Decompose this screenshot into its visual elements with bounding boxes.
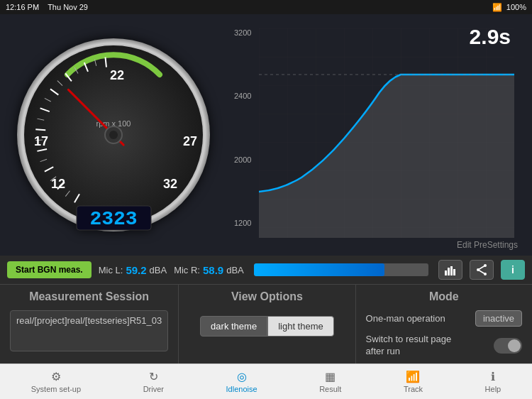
- tachometer: 12 17 22 27 32 rpm x 100: [14, 35, 213, 234]
- info-icon-button[interactable]: i: [501, 260, 525, 280]
- svg-point-29: [109, 131, 118, 139]
- theme-buttons: dark theme light theme: [189, 316, 345, 337]
- driver-icon: ↻: [149, 370, 158, 383]
- nav-track-label: Track: [404, 385, 423, 393]
- progress-bar-container: [254, 263, 428, 276]
- main-area: 12 17 22 27 32 rpm x 100: [0, 14, 532, 256]
- track-icon: 📶: [406, 370, 420, 383]
- measurement-session-title: Measurement Session: [10, 290, 168, 303]
- footer-nav: ⚙ System set-up ↻ Driver ◎ Idlenoise ▦ R…: [0, 364, 532, 399]
- graph-section: 2.9s 3200 2400 2000 1200 Edit PreSett: [227, 14, 532, 256]
- svg-text:27: 27: [183, 134, 197, 148]
- nav-result[interactable]: ▦ Result: [319, 370, 341, 393]
- mic-l-value: 59.2: [126, 264, 146, 276]
- nav-idlenoise[interactable]: ◎ Idlenoise: [226, 370, 257, 393]
- svg-text:32: 32: [163, 177, 177, 191]
- status-bar: 12:16 PM Thu Nov 29 📶 100%: [0, 0, 532, 14]
- measurement-session-panel: Measurement Session real/[project]real/[…: [0, 285, 179, 364]
- idlenoise-icon: ◎: [237, 370, 247, 383]
- svg-rect-34: [445, 270, 447, 275]
- mic-l-unit: dBA: [150, 265, 167, 275]
- nav-help[interactable]: ℹ Help: [485, 370, 501, 393]
- nav-system-setup-label: System set-up: [31, 385, 81, 393]
- start-bgn-button[interactable]: Start BGN meas.: [7, 261, 92, 278]
- svg-rect-37: [453, 269, 455, 275]
- mic-r-value: 58.9: [203, 264, 223, 276]
- switch-result-toggle[interactable]: [494, 338, 522, 354]
- wifi-icon: 📶: [492, 3, 502, 12]
- nav-track[interactable]: 📶 Track: [404, 370, 423, 393]
- view-options-panel: View Options dark theme light theme: [179, 285, 355, 364]
- share-icon-button[interactable]: [470, 260, 494, 280]
- one-man-row: One-man operation inactive: [366, 310, 522, 327]
- mic-l-label: Mic L:: [99, 265, 123, 275]
- toggle-knob: [508, 339, 521, 352]
- svg-line-41: [478, 266, 485, 270]
- switch-result-row: Switch to result page after run: [366, 334, 522, 358]
- battery-label: 100%: [506, 3, 526, 11]
- mode-panel: Mode One-man operation inactive Switch t…: [356, 285, 532, 364]
- nav-driver[interactable]: ↻ Driver: [143, 370, 164, 393]
- svg-rect-36: [450, 266, 453, 275]
- toolbar: Start BGN meas. Mic L: 59.2 dBA Mic R: 5…: [0, 256, 532, 284]
- mic-r-label: Mic R:: [174, 265, 200, 275]
- light-theme-button[interactable]: light theme: [267, 316, 334, 337]
- progress-bar-fill: [254, 263, 385, 276]
- status-right: 📶 100%: [492, 3, 526, 12]
- bottom-panels: Measurement Session real/[project]real/[…: [0, 284, 532, 364]
- time-value-label: 2.9s: [470, 25, 511, 49]
- svg-line-6: [35, 129, 45, 130]
- status-date: Thu Nov 29: [48, 3, 88, 11]
- dark-theme-button[interactable]: dark theme: [200, 316, 267, 337]
- nav-driver-label: Driver: [143, 385, 164, 393]
- y-label-2400: 2400: [234, 92, 251, 100]
- mic-r-group: Mic R: 58.9 dBA: [174, 264, 244, 276]
- svg-text:2323: 2323: [89, 208, 137, 230]
- mic-l-group: Mic L: 59.2 dBA: [99, 264, 167, 276]
- y-label-3200: 3200: [234, 28, 251, 37]
- y-label-1200: 1200: [234, 219, 251, 227]
- inactive-badge[interactable]: inactive: [475, 310, 522, 327]
- nav-idlenoise-label: Idlenoise: [226, 385, 257, 393]
- mode-title: Mode: [366, 290, 522, 303]
- svg-rect-35: [448, 268, 450, 275]
- result-icon: ▦: [325, 370, 336, 383]
- session-path[interactable]: real/[project]real/[testseries]R51_03: [10, 310, 168, 351]
- edit-presettings-label[interactable]: Edit PreSettings: [457, 240, 518, 250]
- svg-line-42: [478, 270, 485, 274]
- help-icon: ℹ: [491, 370, 495, 383]
- status-time: 12:16 PM: [6, 3, 39, 11]
- tachometer-section: 12 17 22 27 32 rpm x 100: [0, 14, 227, 256]
- nav-result-label: Result: [319, 385, 341, 393]
- svg-text:12: 12: [51, 177, 65, 191]
- nav-system-setup[interactable]: ⚙ System set-up: [31, 370, 81, 393]
- one-man-label: One-man operation: [366, 313, 445, 324]
- y-label-2000: 2000: [234, 155, 251, 164]
- svg-text:17: 17: [34, 134, 48, 148]
- chart-icon-button[interactable]: [438, 260, 462, 280]
- status-time-date: 12:16 PM Thu Nov 29: [6, 3, 88, 11]
- nav-help-label: Help: [485, 385, 501, 393]
- svg-text:22: 22: [110, 68, 124, 82]
- system-setup-icon: ⚙: [51, 370, 61, 383]
- mic-r-unit: dBA: [226, 265, 244, 275]
- view-options-title: View Options: [189, 290, 345, 303]
- switch-result-label: Switch to result page after run: [366, 334, 465, 358]
- chart-svg: [259, 28, 514, 238]
